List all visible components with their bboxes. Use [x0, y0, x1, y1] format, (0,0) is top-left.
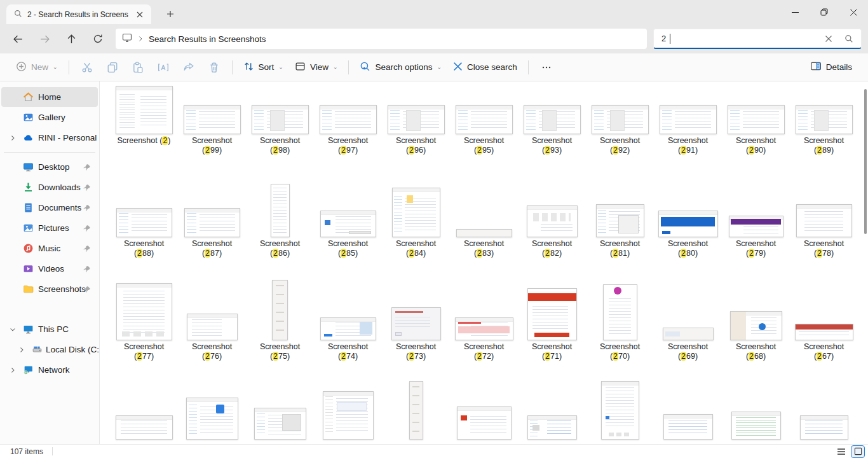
file-item[interactable]: Screenshot (276) [178, 261, 246, 364]
chevron-right-icon[interactable] [18, 346, 27, 354]
file-thumbnail[interactable] [729, 216, 783, 237]
file-thumbnail[interactable] [527, 205, 578, 237]
sidebar-item-desktop[interactable]: Desktop [1, 157, 98, 177]
file-thumbnail[interactable] [184, 208, 240, 237]
file-item[interactable]: Screenshot (286) [246, 158, 314, 261]
file-item[interactable]: Screenshot (269) [654, 261, 722, 364]
file-thumbnail[interactable] [320, 211, 376, 237]
file-thumbnail[interactable] [323, 391, 374, 440]
close-button[interactable] [839, 0, 868, 24]
rename-button[interactable] [151, 57, 176, 78]
file-thumbnail[interactable] [186, 398, 238, 440]
search-input[interactable]: 2 [653, 29, 862, 49]
file-thumbnail[interactable] [728, 105, 785, 134]
file-thumbnail[interactable] [592, 105, 649, 134]
clear-search-icon[interactable] [820, 31, 837, 47]
file-item[interactable]: Screenshot (277) [110, 261, 178, 364]
file-thumbnail[interactable] [456, 105, 513, 134]
file-item[interactable]: Screenshot (291) [654, 81, 722, 158]
sidebar-item-home[interactable]: Home [1, 87, 98, 107]
sidebar-item-pictures[interactable]: Pictures [1, 218, 98, 238]
file-thumbnail[interactable] [272, 280, 288, 340]
chevron-right-icon[interactable] [9, 366, 18, 374]
file-thumbnail[interactable] [320, 105, 377, 134]
file-item[interactable]: Screenshot (268) [722, 261, 790, 364]
file-thumbnail[interactable] [663, 328, 714, 340]
tab-close-icon[interactable] [133, 8, 146, 21]
file-item[interactable] [450, 364, 518, 444]
delete-button[interactable] [201, 57, 227, 78]
file-thumbnail[interactable] [596, 204, 644, 237]
file-item[interactable]: Screenshot (272) [450, 261, 518, 364]
breadcrumb[interactable]: Search Results in Screenshots [116, 29, 647, 49]
tab-search-results[interactable]: 2 - Search Results in Screensho [6, 4, 151, 24]
file-item[interactable]: Screenshot (283) [450, 158, 518, 261]
file-thumbnail[interactable] [527, 288, 577, 340]
file-thumbnail[interactable] [392, 188, 440, 237]
file-item[interactable] [382, 364, 450, 444]
file-thumbnail[interactable] [409, 381, 423, 440]
file-item[interactable]: Screenshot (287) [178, 158, 246, 261]
file-thumbnail[interactable] [254, 408, 306, 440]
file-thumbnail[interactable] [116, 86, 173, 134]
file-item[interactable]: Screenshot (280) [654, 158, 722, 261]
file-item[interactable]: Screenshot (288) [110, 158, 178, 261]
search-submit-icon[interactable] [841, 31, 857, 47]
file-item[interactable] [110, 364, 178, 444]
search-options-button[interactable]: Search options ⌄ [354, 57, 447, 78]
file-item[interactable] [246, 364, 314, 444]
file-item[interactable]: Screenshot (293) [518, 81, 586, 158]
file-item[interactable] [178, 364, 246, 444]
thumbnail-view-toggle[interactable] [851, 446, 864, 457]
file-thumbnail[interactable] [457, 406, 512, 440]
file-thumbnail[interactable] [524, 105, 581, 134]
file-thumbnail[interactable] [320, 317, 376, 340]
file-item[interactable]: Screenshot (296) [382, 81, 450, 158]
file-item[interactable]: Screenshot (275) [246, 261, 314, 364]
new-button[interactable]: New ⌄ [10, 57, 64, 78]
file-item[interactable] [654, 364, 722, 444]
file-item[interactable]: Screenshot (290) [722, 81, 790, 158]
file-item[interactable]: Screenshot (295) [450, 81, 518, 158]
back-button[interactable] [5, 28, 31, 50]
minimize-button[interactable] [780, 0, 810, 24]
file-item[interactable]: Screenshot (2) [110, 81, 178, 158]
file-thumbnail[interactable] [187, 314, 238, 340]
file-thumbnail[interactable] [456, 229, 512, 237]
details-button[interactable]: Details [804, 57, 858, 78]
file-thumbnail[interactable] [252, 105, 309, 134]
up-button[interactable] [58, 28, 84, 50]
file-thumbnail[interactable] [796, 204, 852, 237]
file-item[interactable]: Screenshot (271) [518, 261, 586, 364]
file-item[interactable]: Screenshot (292) [586, 81, 654, 158]
file-item[interactable]: Screenshot (299) [178, 81, 246, 158]
restore-button[interactable] [810, 0, 839, 24]
close-search-button[interactable]: Close search [447, 57, 523, 78]
paste-button[interactable] [125, 57, 151, 78]
file-thumbnail[interactable] [116, 208, 172, 237]
vertical-scrollbar[interactable] [864, 89, 867, 234]
file-thumbnail[interactable] [658, 211, 718, 237]
file-thumbnail[interactable] [527, 415, 577, 440]
file-item[interactable]: Screenshot (267) [790, 261, 858, 364]
sidebar-item-documents[interactable]: Documents [1, 198, 98, 218]
sidebar-item-local-disk-c[interactable]: Local Disk (C:) [1, 340, 98, 359]
new-tab-button[interactable] [164, 8, 177, 20]
file-item[interactable]: Screenshot (282) [518, 158, 586, 261]
sidebar-item-this-pc[interactable]: This PC [1, 319, 98, 339]
file-thumbnail[interactable] [796, 105, 853, 134]
file-thumbnail[interactable] [184, 105, 241, 134]
file-item[interactable] [518, 364, 586, 444]
file-item[interactable] [722, 364, 790, 444]
sidebar-item-network[interactable]: Network [1, 360, 98, 380]
breadcrumb-location[interactable]: Search Results in Screenshots [149, 34, 266, 44]
file-thumbnail[interactable] [455, 317, 513, 340]
file-thumbnail[interactable] [660, 105, 717, 134]
file-item[interactable]: Screenshot (297) [314, 81, 382, 158]
sidebar-item-downloads[interactable]: Downloads [1, 177, 98, 197]
file-item[interactable]: Screenshot (281) [586, 158, 654, 261]
file-thumbnail[interactable] [271, 184, 290, 237]
file-thumbnail[interactable] [663, 414, 713, 440]
file-item[interactable]: Screenshot (279) [722, 158, 790, 261]
sidebar-item-screenshots[interactable]: Screenshots [1, 279, 98, 299]
